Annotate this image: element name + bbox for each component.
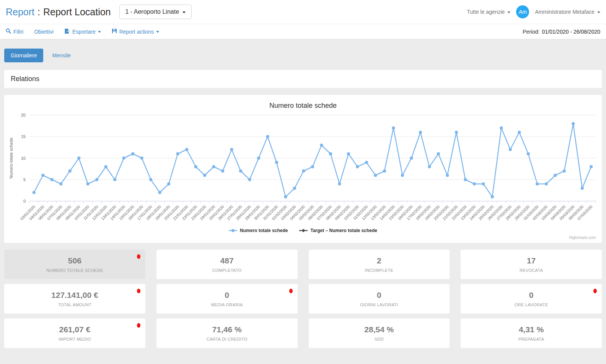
chart-panel: Numero totale schede 05101520Numero tota… (4, 95, 602, 243)
alert-dot-icon (137, 323, 140, 328)
stat-card-value: 17 (527, 256, 536, 265)
svg-text:5: 5 (23, 177, 26, 182)
legend-label: Numero totale schede (240, 228, 288, 233)
diamond-marker-icon (299, 228, 308, 233)
stat-card-value: 0 (529, 291, 534, 300)
stat-card-label: GIORNI LAVORATI (360, 302, 398, 307)
stat-card[interactable]: 127.141,00 €TOTAL AMOUNT (4, 284, 145, 314)
stat-card-label: NUMERO TOTALE SCHEDE (46, 268, 103, 273)
user-name: Amministratore Metaface (535, 9, 595, 15)
alert-dot-icon (137, 254, 140, 259)
stat-card[interactable]: 28,54 %SDD (309, 318, 450, 348)
period-label: Period: (523, 29, 539, 35)
alert-dot-icon (593, 289, 597, 293)
caret-down-icon (156, 31, 159, 33)
caret-down-icon (507, 11, 510, 13)
stat-card-value: 261,07 € (59, 325, 91, 334)
filters-button[interactable]: Filtri (6, 28, 23, 35)
stat-card-label: INCOMPLETE (365, 268, 394, 273)
content: GiornaliereMensile Relations Numero tota… (0, 39, 606, 353)
stat-card-value: 0 (225, 291, 229, 300)
tab-mensile[interactable]: Mensile (46, 49, 77, 62)
legend-label: Target – Numero totale schede (310, 228, 377, 233)
stat-card-value: 487 (220, 256, 234, 265)
stat-card-label: IMPORT MEDIO (59, 337, 91, 341)
svg-text:15: 15 (21, 134, 26, 139)
stat-card-label: PREPAGATA (518, 337, 544, 341)
avatar[interactable]: Am (516, 5, 529, 18)
stat-card-value: 71,46 % (212, 325, 242, 334)
stat-card[interactable]: 71,46 %CARTA DI CREDITO (156, 318, 298, 348)
caret-down-icon (182, 11, 186, 13)
stat-card[interactable]: 17REVOCATA (461, 250, 602, 279)
chart-legend: Numero totale schedeTarget – Numero tota… (7, 226, 599, 235)
period-value: 01/01/2020 - 26/08/2020 (542, 29, 600, 35)
location-selector-label: 1 - Aeroporto Linate (125, 8, 179, 15)
chart-plot[interactable]: 05101520Numero totale schede03/01/202004… (7, 110, 599, 226)
stat-card-value: 127.141,00 € (51, 291, 98, 300)
period-display: Period: 01/01/2020 - 26/08/2020 (523, 29, 600, 35)
page-title-primary: Report (6, 6, 34, 18)
location-selector-button[interactable]: 1 - Aeroporto Linate (119, 5, 192, 19)
chart-title: Numero totale schede (7, 99, 599, 110)
alert-dot-icon (137, 289, 140, 293)
filters-label: Filtri (13, 29, 23, 35)
svg-text:10: 10 (21, 156, 26, 161)
header-right: Tutte le agenzie Am Amministratore Metaf… (467, 5, 600, 18)
stat-card-value: 0 (377, 291, 381, 300)
export-label: Esportare (72, 29, 96, 35)
report-actions-dropdown[interactable]: Report actions (112, 28, 159, 35)
legend-item[interactable]: Target – Numero totale schede (299, 228, 377, 233)
svg-text:20: 20 (21, 113, 26, 117)
stat-card-value: 4,31 % (519, 325, 544, 334)
stat-card-label: REVOCATA (520, 268, 543, 273)
top-header: Report : Report Location 1 - Aeroporto L… (0, 0, 606, 24)
agency-selector-label: Tutte le agenzie (467, 9, 505, 15)
circle-marker-icon (229, 228, 237, 233)
stat-card[interactable]: 487COMPLETATO (156, 250, 298, 279)
toolbar: Filtri Obiettivi Esportare Report action… (0, 24, 606, 39)
agency-selector[interactable]: Tutte le agenzie (467, 9, 510, 15)
caret-down-icon (597, 11, 600, 13)
stat-card-label: TOTAL AMOUNT (58, 302, 92, 307)
cards-grid: 506NUMERO TOTALE SCHEDE487COMPLETATO2INC… (4, 250, 602, 348)
stat-card-label: SDD (375, 337, 384, 341)
stat-card-label: ORE LAVORATE (515, 302, 548, 307)
stat-card[interactable]: 0MEDIA ORARIA (156, 284, 298, 314)
stat-card[interactable]: 4,31 %PREPAGATA (461, 318, 602, 348)
section-title: Relations (11, 75, 39, 83)
relations-panel-header: Relations (4, 70, 602, 88)
page-title: Report : Report Location (6, 6, 111, 18)
svg-text:Numero totale schede: Numero totale schede (9, 138, 13, 179)
svg-text:0: 0 (23, 199, 26, 203)
export-file-icon (64, 28, 70, 35)
tabs: GiornaliereMensile (4, 39, 602, 70)
stat-card[interactable]: 0GIORNI LAVORATI (309, 284, 450, 314)
stat-card-label: CARTA DI CREDITO (207, 337, 248, 341)
export-dropdown[interactable]: Esportare (64, 28, 101, 35)
objectives-button[interactable]: Obiettivi (34, 29, 54, 35)
highcharts-credits[interactable]: Highcharts.com (7, 235, 599, 241)
search-icon (6, 28, 11, 35)
objectives-label: Obiettivi (34, 29, 54, 35)
stat-card[interactable]: 2INCOMPLETE (309, 250, 450, 279)
caret-down-icon (98, 31, 101, 33)
tab-giornaliere[interactable]: Giornaliere (4, 49, 43, 62)
stat-card-label: MEDIA ORARIA (211, 302, 243, 307)
stat-card-value: 2 (377, 256, 381, 265)
stat-card-label: COMPLETATO (212, 268, 242, 273)
user-menu[interactable]: Amministratore Metaface (535, 9, 600, 15)
page-title-secondary: Report Location (43, 6, 111, 18)
alert-dot-icon (289, 289, 293, 293)
stat-card-value: 506 (68, 256, 81, 265)
save-icon (112, 28, 117, 35)
stat-card[interactable]: 261,07 €IMPORT MEDIO (4, 318, 145, 348)
stat-card[interactable]: 506NUMERO TOTALE SCHEDE (4, 250, 145, 279)
report-actions-label: Report actions (119, 29, 154, 35)
stat-card-value: 28,54 % (364, 325, 394, 334)
stat-card[interactable]: 0ORE LAVORATE (461, 284, 602, 314)
page-title-separator: : (37, 6, 40, 18)
legend-item[interactable]: Numero totale schede (229, 228, 288, 233)
